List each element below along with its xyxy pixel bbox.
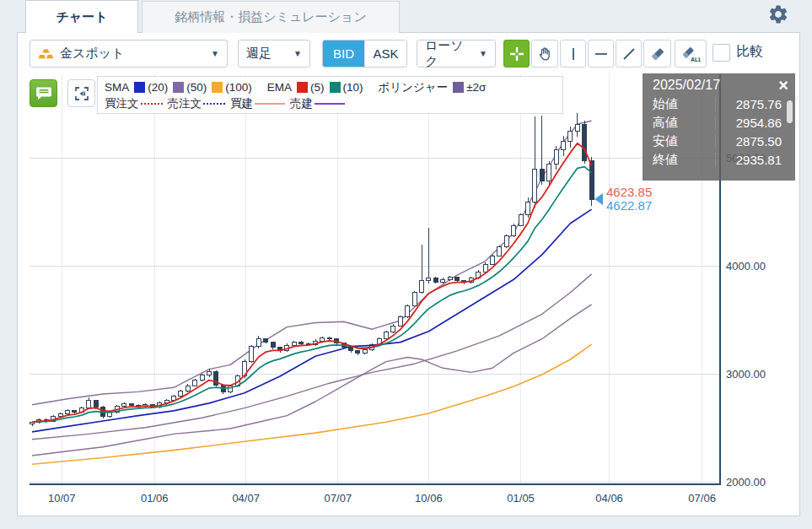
expand-chart-button[interactable] bbox=[67, 79, 95, 107]
comment-button[interactable] bbox=[30, 79, 57, 107]
chevron-down-icon: ▼ bbox=[474, 49, 487, 58]
symbol-select[interactable]: 金スポット ▼ bbox=[30, 40, 228, 67]
erase-all-tool-button[interactable]: ALL bbox=[675, 40, 707, 67]
legend-line-sample bbox=[203, 103, 225, 105]
x-axis-label: 04/07 bbox=[225, 492, 267, 505]
bid-ask-toggle: BID ASK bbox=[322, 40, 407, 67]
timeframe-select-label: 週足 bbox=[246, 46, 272, 62]
tooltip-close-button[interactable]: × bbox=[778, 78, 788, 93]
legend-label: 買建 bbox=[230, 96, 253, 111]
legend-item: ±2σ bbox=[451, 81, 486, 94]
crosshair-icon bbox=[509, 46, 524, 62]
hand-icon bbox=[537, 46, 552, 62]
timeframe-select[interactable]: 週足 ▼ bbox=[238, 40, 310, 67]
fullscreen-brackets-icon bbox=[73, 85, 90, 102]
ask-button[interactable]: ASK bbox=[364, 40, 406, 67]
eraser-all-icon: ALL bbox=[680, 45, 701, 63]
crosshair-tool-button[interactable] bbox=[503, 40, 530, 67]
tooltip-row: 始値2875.76 bbox=[643, 94, 795, 113]
legend-item: ボリンジャー bbox=[379, 80, 449, 95]
x-axis-label: 10/06 bbox=[407, 492, 449, 505]
legend-line-sample bbox=[315, 103, 345, 105]
tab-chart[interactable]: チャート bbox=[25, 0, 138, 33]
legend-label: (100) bbox=[225, 81, 252, 94]
grid-layer bbox=[30, 74, 721, 484]
legend-line-sample bbox=[255, 103, 285, 105]
legend-line-sample bbox=[141, 103, 163, 105]
legend-item: SMA bbox=[105, 81, 129, 94]
legend-item: 売建 bbox=[290, 96, 347, 111]
tooltip-row: 終値2935.81 bbox=[643, 150, 795, 169]
tooltip-row-label: 安値 bbox=[653, 133, 715, 149]
overlay-boll_upper bbox=[32, 121, 592, 405]
candlestick-chart[interactable] bbox=[30, 74, 721, 485]
legend-row-indicators: SMA(20)(50)(100)EMA(5)(10)ボリンジャー±2σ bbox=[105, 79, 556, 95]
tooltip-row-label: 高値 bbox=[653, 115, 715, 131]
speech-bubble-icon bbox=[35, 85, 52, 101]
legend-item: EMA bbox=[267, 81, 292, 94]
legend-label: ±2σ bbox=[466, 81, 486, 94]
legend-item: 買建 bbox=[230, 96, 287, 111]
legend-label: (10) bbox=[343, 81, 363, 94]
current-price-marker-icon bbox=[594, 193, 603, 205]
candle-type-select[interactable]: ローソク ▼ bbox=[417, 40, 496, 67]
x-axis-label: 07/07 bbox=[317, 492, 359, 505]
diagonal-line-icon bbox=[621, 46, 637, 62]
tab-symbol-info-simulation[interactable]: 銘柄情報・損益シミュレーション bbox=[142, 1, 400, 33]
indicator-legend: SMA(20)(50)(100)EMA(5)(10)ボリンジャー±2σ 買注文売… bbox=[97, 76, 563, 114]
legend-swatch bbox=[297, 82, 308, 93]
x-axis-label: 01/06 bbox=[133, 492, 175, 505]
legend-swatch bbox=[453, 82, 464, 93]
bid-price-label: 4622.87 bbox=[606, 198, 652, 213]
legend-label: 買注文 bbox=[105, 96, 139, 111]
legend-item: 買注文 bbox=[105, 96, 164, 111]
chevron-down-icon: ▼ bbox=[206, 49, 219, 58]
tooltip-scrollbar[interactable] bbox=[787, 100, 793, 123]
x-axis-label: 10/07 bbox=[40, 492, 83, 505]
legend-item: (10) bbox=[328, 81, 363, 94]
vertical-line-icon bbox=[566, 46, 581, 62]
legend-item: (50) bbox=[171, 81, 207, 94]
eraser-tool-button[interactable] bbox=[643, 40, 671, 67]
x-axis-label: 04/06 bbox=[589, 492, 631, 505]
tooltip-row: 安値2875.50 bbox=[643, 132, 795, 150]
trend-line-tool-button[interactable] bbox=[616, 40, 642, 67]
y-axis-label: 3000.00 bbox=[726, 368, 766, 381]
legend-item: (100) bbox=[210, 81, 252, 94]
legend-label: 売注文 bbox=[168, 96, 202, 111]
trading-app: { "tabs": { "chart": "チャート", "info": "銘柄… bbox=[0, 0, 812, 529]
compare-label: 比較 bbox=[736, 43, 763, 61]
horizontal-line-tool-button[interactable] bbox=[588, 40, 614, 67]
settings-gear-button[interactable] bbox=[767, 3, 793, 29]
y-axis-label: 4000.00 bbox=[726, 260, 766, 273]
tooltip-row-label: 始値 bbox=[653, 96, 715, 112]
tooltip-rows: 始値2875.76高値2954.86安値2875.50終値2935.81 bbox=[643, 94, 795, 169]
legend-label: EMA bbox=[267, 81, 292, 94]
candle-type-label: ローソク bbox=[425, 38, 474, 70]
horizontal-line-icon bbox=[594, 46, 609, 62]
legend-swatch bbox=[173, 82, 184, 93]
x-axis-label: 07/06 bbox=[681, 492, 723, 505]
tooltip-row: 高値2954.86 bbox=[643, 113, 795, 132]
x-axis-label: 01/05 bbox=[500, 492, 542, 505]
legend-swatch bbox=[134, 82, 145, 93]
tooltip-header: 2025/02/17 × bbox=[643, 73, 795, 94]
tooltip-date: 2025/02/17 bbox=[653, 78, 720, 93]
overlay-ema10 bbox=[32, 167, 592, 423]
vertical-line-tool-button[interactable] bbox=[560, 40, 586, 67]
legend-swatch bbox=[212, 82, 223, 93]
compare-checkbox[interactable] bbox=[713, 44, 730, 62]
legend-item: (20) bbox=[132, 81, 168, 94]
ask-price-label: 4623.85 bbox=[606, 185, 652, 199]
pan-hand-tool-button[interactable] bbox=[531, 40, 558, 67]
bid-button[interactable]: BID bbox=[323, 40, 364, 67]
tooltip-row-value: 2875.50 bbox=[715, 134, 782, 148]
legend-label: SMA bbox=[105, 81, 129, 94]
svg-text:ALL: ALL bbox=[691, 57, 701, 62]
legend-item: 売注文 bbox=[168, 96, 228, 111]
ohlc-tooltip: 2025/02/17 × 始値2875.76高値2954.86安値2875.50… bbox=[643, 73, 795, 181]
legend-row-orders: 買注文売注文買建売建 bbox=[105, 95, 556, 111]
legend-swatch bbox=[330, 82, 341, 93]
legend-label: (20) bbox=[148, 81, 168, 94]
tooltip-row-label: 終値 bbox=[653, 152, 715, 168]
